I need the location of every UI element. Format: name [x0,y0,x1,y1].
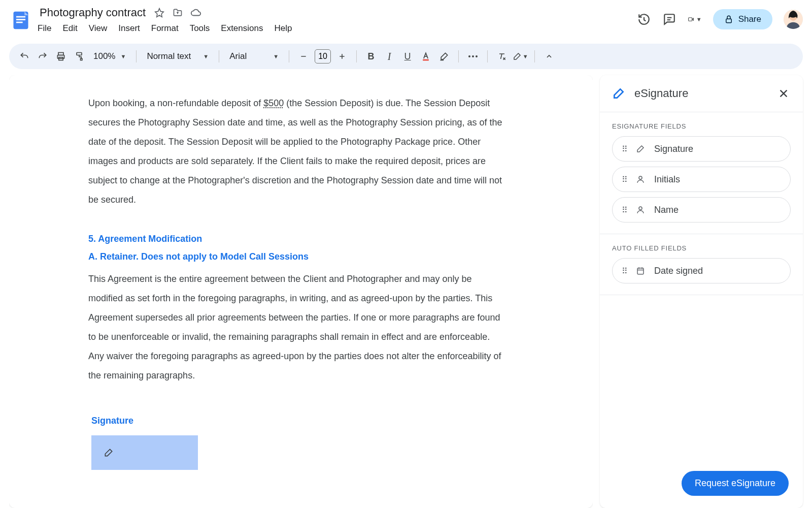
font-size-control [295,48,350,65]
comments-icon[interactable] [662,12,676,26]
svg-point-25 [639,176,642,179]
signature-pen-icon [635,144,646,153]
autofilled-field-list: ⠿ Date signed [600,258,803,283]
account-avatar[interactable] [784,10,803,29]
svg-rect-13 [77,53,82,55]
drag-handle-icon[interactable]: ⠿ [622,205,627,215]
svg-rect-3 [16,22,23,23]
heading-agreement-modification[interactable]: 5. Agreement Modification [88,234,506,244]
panel-header: eSignature [600,75,803,112]
cloud-status-icon[interactable] [190,7,201,18]
paragraph-deposit[interactable]: Upon booking, a non-refundable deposit o… [88,93,506,209]
person-icon [635,205,646,214]
drag-handle-icon[interactable]: ⠿ [622,144,627,154]
close-panel-button[interactable] [776,86,791,101]
signature-pen-icon [104,448,114,458]
menu-view[interactable]: View [89,23,108,34]
svg-rect-7 [726,19,731,23]
font-family-dropdown[interactable]: Arial▼ [225,51,283,61]
meet-button[interactable]: ▼ [688,12,702,26]
lock-icon [724,15,733,24]
svg-rect-27 [637,268,644,274]
redo-button[interactable] [35,48,51,65]
subheading-retainer[interactable]: A. Retainer. Does not apply to Model Cal… [88,251,506,262]
person-icon [635,175,646,184]
menu-file[interactable]: File [38,23,51,34]
drag-handle-icon[interactable]: ⠿ [622,175,627,184]
bold-button[interactable]: B [363,48,379,65]
esignature-fields-label: ESIGNATURE FIELDS [600,112,803,136]
svg-rect-6 [688,18,692,21]
svg-rect-14 [81,58,82,60]
collapse-toolbar-button[interactable] [541,48,557,65]
svg-rect-2 [16,19,25,20]
field-name[interactable]: ⠿ Name [612,197,791,223]
toolbar: 100%▼ Normal text▼ Arial▼ B I U ▼ [9,44,803,69]
document-title[interactable]: Photography contract [38,5,148,20]
more-options-button[interactable] [465,48,481,65]
request-esignature-button[interactable]: Request eSignature [682,471,789,496]
menu-extensions[interactable]: Extensions [221,23,263,34]
svg-rect-19 [423,59,429,61]
editing-mode-dropdown[interactable]: ▼ [512,48,528,65]
signature-field[interactable] [91,435,198,470]
paragraph-agreement[interactable]: This Agreement is the entire agreement b… [88,269,506,385]
svg-point-22 [476,55,478,57]
header-actions: ▼ Share [637,9,803,29]
field-label: Initials [654,174,680,185]
esignature-icon [612,87,625,100]
document-viewport[interactable]: Upon booking, a non-refundable deposit o… [9,75,593,508]
share-button[interactable]: Share [713,9,772,29]
field-label: Date signed [654,266,703,276]
panel-title: eSignature [634,87,688,100]
text-color-button[interactable] [418,48,434,65]
docs-logo[interactable] [9,8,32,31]
history-icon[interactable] [637,12,651,26]
menu-bar: File Edit View Insert Format Tools Exten… [38,23,292,34]
field-label: Name [654,205,679,215]
menu-insert[interactable]: Insert [118,23,140,34]
share-label: Share [738,14,761,24]
signature-label[interactable]: Signature [91,416,506,426]
document-page[interactable]: Upon booking, a non-refundable deposit o… [9,75,593,508]
highlight-button[interactable] [436,48,452,65]
workspace: Upon booking, a non-refundable deposit o… [0,69,812,508]
esignature-field-list: ⠿ Signature ⠿ Initials ⠿ Name [600,136,803,223]
move-icon[interactable] [172,7,183,18]
undo-button[interactable] [16,48,32,65]
field-date-signed[interactable]: ⠿ Date signed [612,258,791,283]
paragraph-style-dropdown[interactable]: Normal text▼ [143,51,213,61]
font-size-increase[interactable] [334,48,350,65]
font-size-decrease[interactable] [295,48,312,65]
italic-button[interactable]: I [381,48,397,65]
paint-format-button[interactable] [71,48,87,65]
svg-rect-1 [16,16,25,18]
calendar-icon [635,266,646,275]
star-icon[interactable] [154,7,165,18]
print-button[interactable] [53,48,69,65]
svg-point-21 [472,55,474,57]
field-label: Signature [654,144,693,154]
svg-point-26 [639,207,642,210]
field-signature[interactable]: ⠿ Signature [612,136,791,162]
deposit-amount: $500 [263,98,284,108]
autofilled-fields-label: AUTO FILLED FIELDS [600,234,803,258]
toolbar-container: 100%▼ Normal text▼ Arial▼ B I U ▼ [0,40,812,69]
esignature-panel: eSignature ESIGNATURE FIELDS ⠿ Signature… [600,75,803,508]
zoom-dropdown[interactable]: 100%▼ [89,51,130,61]
app-header: Photography contract File Edit View Inse… [0,0,812,40]
menu-tools[interactable]: Tools [190,23,210,34]
underline-button[interactable]: U [399,48,416,65]
clear-formatting-button[interactable] [494,48,510,65]
drag-handle-icon[interactable]: ⠿ [622,266,627,276]
menu-help[interactable]: Help [274,23,292,34]
menu-edit[interactable]: Edit [62,23,77,34]
menu-format[interactable]: Format [151,23,179,34]
title-area: Photography contract File Edit View Inse… [38,5,292,34]
field-initials[interactable]: ⠿ Initials [612,167,791,192]
svg-point-20 [468,55,470,57]
font-size-input[interactable] [315,49,331,64]
